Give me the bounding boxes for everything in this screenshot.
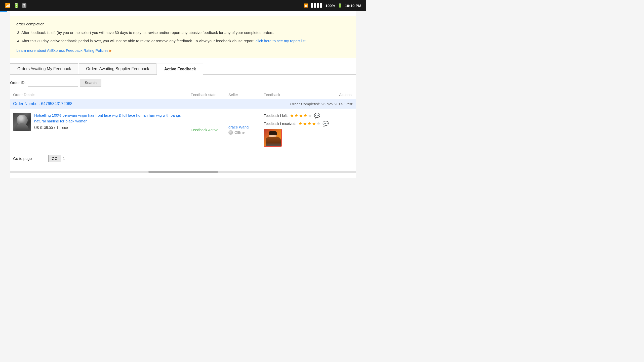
order-id-input[interactable] xyxy=(28,79,78,86)
order-number-link[interactable]: Order Number: 64765343172068 xyxy=(13,102,72,106)
wifi-call-icon: 📶 xyxy=(5,3,11,8)
product-details: Hotselling 100% peruvian virgin hair fro… xyxy=(13,113,185,131)
tab-awaiting-supplier-feedback[interactable]: Orders Awaiting Supplier Feedback xyxy=(79,63,156,74)
order-completed-date: Order Completed: 26 Nov 2014 17:38 xyxy=(290,102,353,106)
feedback-table: Order Details Feedback state Seller Feed… xyxy=(10,90,356,151)
seller-offline-text: Offline xyxy=(234,130,245,134)
info-list: After feedback is left (by you or the se… xyxy=(21,29,350,44)
seller-photo-container xyxy=(264,129,333,147)
go-to-page-label: Go to page xyxy=(13,156,32,161)
product-price: US $135.00 x 1 piece xyxy=(34,126,68,130)
wifi-signal-icon: 📶 xyxy=(304,3,308,8)
status-bar: 📶 🔋 T 📶 ▋▋▋▋ 100% 🔋 10:10 PM xyxy=(0,0,366,11)
product-link[interactable]: Hotselling 100% peruvian virgin hair fro… xyxy=(34,113,185,124)
table-header-row: Order Details Feedback state Seller Feed… xyxy=(10,90,356,99)
info-item-4: After this 30 day 'active feedback' peri… xyxy=(21,38,350,44)
feedback-received-chat-icon[interactable]: 💬 xyxy=(323,121,329,127)
seller-photo-hair xyxy=(269,131,277,135)
feedback-left-chat-icon[interactable]: 💬 xyxy=(314,113,320,119)
arrow-icon: ▶ xyxy=(109,49,112,53)
col-feedback: Feedback xyxy=(261,90,336,99)
page-input[interactable] xyxy=(34,155,46,162)
seller-photo xyxy=(264,129,282,147)
actions-cell xyxy=(336,109,356,151)
feedback-left-row: Feedback I left: ★ ★ ★ ★ ★ 💬 xyxy=(264,113,333,119)
learn-more-link[interactable]: Learn more about AliExpress Feedback Rat… xyxy=(16,48,108,53)
info-box: order completion. After feedback is left… xyxy=(10,16,356,58)
info-partial-text: order completion. xyxy=(16,21,350,27)
tab-active-feedback[interactable]: Active Feedback xyxy=(157,64,203,75)
tabs-container: Orders Awaiting My Feedback Orders Await… xyxy=(10,63,356,75)
time-display: 10:10 PM xyxy=(345,4,361,8)
col-seller: Seller xyxy=(225,90,261,99)
feedback-received-row: Feedback I received: ★ ★ ★ ★ ★ 💬 xyxy=(264,121,333,127)
order-id-label: Order ID: xyxy=(10,80,26,85)
page-number: 1 xyxy=(63,156,65,161)
feedback-state-cell: Feedback Active xyxy=(188,109,225,151)
feedback-state-label: Feedback Active xyxy=(191,128,218,132)
col-order-details: Order Details xyxy=(10,90,188,99)
search-button[interactable]: Search xyxy=(80,79,102,86)
offline-indicator xyxy=(228,130,233,135)
product-info: Hotselling 100% peruvian virgin hair fro… xyxy=(34,113,185,130)
seller-cell: grace Wang Offline xyxy=(225,109,261,151)
seller-name-link[interactable]: grace Wang xyxy=(228,125,258,129)
feedback-left-stars: ★ ★ ★ ★ ★ xyxy=(290,113,312,118)
report-list-link[interactable]: click here to see my report list. xyxy=(256,39,307,43)
feedback-left-label: Feedback I left: xyxy=(264,114,288,118)
feedback-received-stars: ★ ★ ★ ★ ★ xyxy=(298,121,320,126)
seller-photo-body xyxy=(266,137,281,146)
feedback-received-label: Feedback I received: xyxy=(264,122,296,126)
product-image xyxy=(13,113,31,131)
seller-status: Offline xyxy=(228,130,258,135)
scrollbar-thumb xyxy=(148,171,218,173)
main-content: order completion. After feedback is left… xyxy=(10,11,356,178)
tmo-icon: T xyxy=(22,3,26,8)
status-bar-left: 📶 🔋 T xyxy=(5,3,26,8)
left-bar-indicator xyxy=(0,11,7,12)
pagination-row: Go to page GO 1 xyxy=(10,151,356,166)
table-row: Hotselling 100% peruvian virgin hair fro… xyxy=(10,109,356,151)
info-item-3: After feedback is left (by you or the se… xyxy=(21,29,350,36)
col-actions: Actions xyxy=(336,90,356,99)
battery-icon: 🔋 xyxy=(338,3,342,8)
order-details-cell: Hotselling 100% peruvian virgin hair fro… xyxy=(10,109,188,151)
col-feedback-state: Feedback state xyxy=(188,90,225,99)
feedback-cell: Feedback I left: ★ ★ ★ ★ ★ 💬 Feedback I … xyxy=(261,109,336,151)
tab-awaiting-my-feedback[interactable]: Orders Awaiting My Feedback xyxy=(10,63,78,74)
battery-100-icon: 🔋 xyxy=(14,3,19,8)
bottom-scrollbar[interactable] xyxy=(10,171,356,173)
battery-percent: 100% xyxy=(326,4,335,8)
status-bar-right: 📶 ▋▋▋▋ 100% 🔋 10:10 PM xyxy=(304,3,361,8)
signal-bars-icon: ▋▋▋▋ xyxy=(311,3,323,8)
search-row: Order ID: Search xyxy=(10,79,356,86)
order-header-row: Order Number: 64765343172068 Order Compl… xyxy=(10,99,356,109)
go-button[interactable]: GO xyxy=(48,155,61,162)
